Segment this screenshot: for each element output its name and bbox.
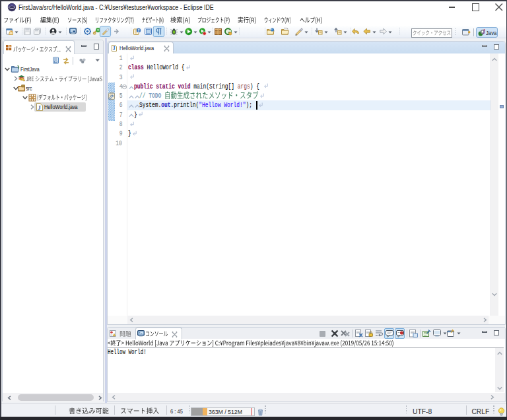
svg-text:J: J	[113, 46, 116, 52]
svg-text:J: J	[38, 104, 41, 110]
